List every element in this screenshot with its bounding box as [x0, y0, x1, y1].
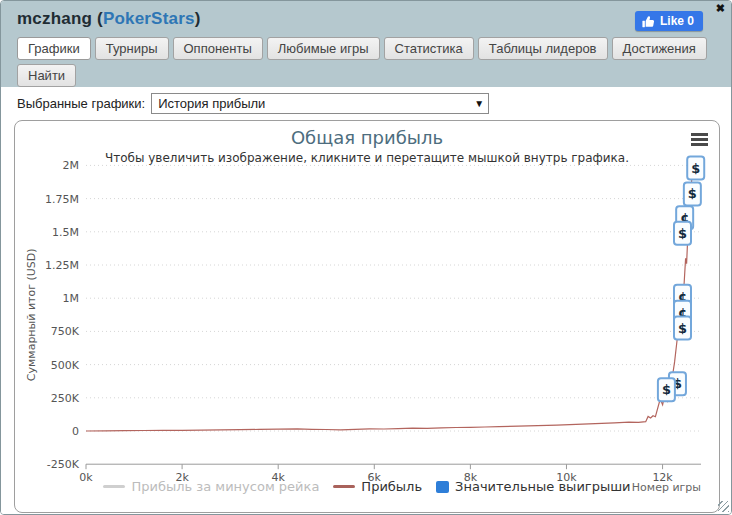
poker-stats-widget: mczhang (PokerStars) Like 0 ГрафикиТурни… [0, 0, 732, 515]
tab-statistics[interactable]: Статистика [384, 37, 474, 60]
significant-win-marker[interactable]: $ [684, 182, 701, 205]
tab-achievements[interactable]: Достижения [612, 37, 707, 60]
graph-select-dropdown[interactable]: История прибыли ▼ [151, 93, 489, 114]
y-axis-title: Суммарный итог (USD) [25, 248, 38, 381]
y-tick-label: 0 [72, 425, 79, 438]
chart-plot-area[interactable]: 2M1.75M1.5M1.25M1M750K500K250K0-250K0k2k… [15, 121, 719, 513]
significant-win-marker[interactable]: $ [674, 222, 691, 245]
win-symbol: $ [691, 161, 700, 176]
significant-win-marker[interactable]: $ [658, 378, 675, 401]
y-tick-label: 2M [63, 159, 80, 172]
username-text: mczhang ( [17, 9, 103, 28]
legend-square-swatch [436, 481, 449, 493]
legend-label: Прибыль за минусом рейка [131, 479, 319, 494]
content-area: Выбранные графики: История прибыли ▼ Общ… [1, 87, 731, 515]
y-tick-label: 1.75M [45, 193, 79, 206]
y-tick-label: 1M [63, 292, 80, 305]
win-symbol: $ [678, 226, 687, 241]
legend-item[interactable]: Прибыль за минусом рейка [103, 479, 319, 494]
legend-line-swatch [103, 485, 125, 488]
page-title: mczhang (PokerStars) [17, 9, 201, 29]
facebook-like-button[interactable]: Like 0 [635, 11, 703, 31]
y-tick-label: -250K [47, 458, 80, 471]
thumbs-up-icon [642, 15, 655, 28]
y-tick-label: 1.5M [52, 226, 79, 239]
chart-panel: Общая прибыль Чтобы увеличить изображени… [14, 120, 720, 513]
win-symbol: $ [662, 382, 671, 397]
y-tick-label: 750K [51, 325, 80, 338]
paren-text: ) [195, 9, 201, 28]
y-tick-label: 500K [51, 359, 80, 372]
y-tick-label: 1.25M [45, 259, 79, 272]
chart-legend: Прибыль за минусом рейкаПрибыльЗначитель… [15, 479, 719, 494]
close-icon[interactable]: ✖ [716, 3, 725, 14]
tab-favorite-games[interactable]: Любимые игры [267, 37, 380, 60]
win-symbol: $ [678, 321, 687, 336]
graph-select-label: Выбранные графики: [17, 96, 145, 111]
tab-search[interactable]: Найти [17, 64, 76, 87]
significant-win-marker[interactable]: $ [674, 317, 691, 340]
legend-item[interactable]: Значительные выигрыши [436, 479, 630, 494]
legend-label: Значительные выигрыши [455, 479, 630, 494]
resize-handle[interactable] [718, 501, 729, 512]
graph-select-value: История прибыли [158, 96, 265, 111]
tab-leaderboards[interactable]: Таблицы лидеров [478, 37, 608, 60]
legend-line-swatch [333, 485, 355, 488]
dropdown-arrow-icon: ▼ [474, 98, 484, 109]
significant-win-marker[interactable]: $ [687, 157, 704, 180]
legend-item[interactable]: Прибыль [333, 479, 422, 494]
tab-graphs[interactable]: Графики [17, 37, 91, 60]
x-axis-title: Номер игры [632, 481, 701, 494]
header-row: mczhang (PokerStars) Like 0 [17, 9, 717, 31]
header-section: mczhang (PokerStars) Like 0 ГрафикиТурни… [1, 1, 731, 87]
like-label: Like 0 [660, 14, 694, 28]
tab-bar-row1: ГрафикиТурнирыОппонентыЛюбимые игрыСтати… [17, 37, 717, 87]
graph-selector-row: Выбранные графики: История прибыли ▼ [1, 87, 731, 114]
tab-opponents[interactable]: Оппоненты [173, 37, 263, 60]
site-name: PokerStars [103, 9, 195, 28]
legend-label: Прибыль [361, 479, 422, 494]
win-symbol: $ [688, 186, 697, 201]
y-tick-label: 250K [51, 392, 80, 405]
tab-tournaments[interactable]: Турниры [95, 37, 169, 60]
